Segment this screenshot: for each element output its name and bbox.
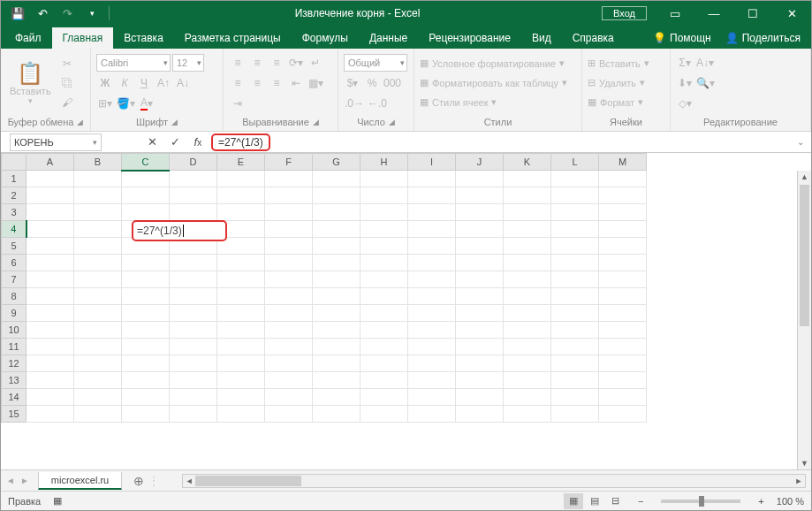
cell[interactable] (122, 389, 170, 406)
cell[interactable] (27, 406, 74, 423)
cell[interactable] (408, 221, 456, 238)
cell[interactable] (599, 406, 647, 423)
cell[interactable] (217, 305, 265, 322)
name-box[interactable]: КОРЕНЬ (10, 133, 102, 151)
cell[interactable] (456, 221, 504, 238)
cell[interactable] (504, 187, 551, 204)
cell[interactable] (313, 372, 360, 389)
sheet-nav-next[interactable]: ► (20, 476, 29, 485)
fill-color-button[interactable]: 🪣▾ (116, 95, 136, 112)
tab-formulas[interactable]: Формулы (292, 27, 359, 49)
comma-button[interactable]: 000 (383, 74, 402, 92)
row-header[interactable]: 4 (2, 221, 27, 238)
cell[interactable] (551, 271, 599, 288)
row-header[interactable]: 13 (2, 372, 27, 389)
undo-button[interactable]: ↶ (31, 3, 54, 24)
cell[interactable] (551, 187, 599, 204)
maximize-button[interactable]: ☐ (733, 1, 772, 26)
fill-button[interactable]: ⬇▾ (676, 74, 694, 92)
cell[interactable] (27, 187, 74, 204)
insert-function-button[interactable]: fx (186, 133, 209, 151)
signin-button[interactable]: Вход (602, 6, 647, 20)
cell[interactable] (456, 339, 504, 355)
cell[interactable] (265, 406, 313, 423)
cell[interactable] (27, 171, 74, 187)
bold-button[interactable]: Ж (96, 74, 114, 92)
cell[interactable] (360, 406, 408, 423)
cell[interactable] (599, 389, 647, 406)
cell[interactable] (504, 221, 551, 238)
spreadsheet-grid[interactable]: ABCDEFGHIJKLM123456789101112131415 =27^(… (1, 153, 811, 469)
cell[interactable] (74, 171, 122, 187)
zoom-in-button[interactable]: + (758, 496, 763, 507)
cell[interactable] (599, 355, 647, 372)
cell[interactable] (551, 288, 599, 305)
cell[interactable] (313, 288, 360, 305)
cell[interactable] (456, 238, 504, 255)
cell[interactable] (265, 221, 313, 238)
align-bottom-button[interactable]: ≡ (268, 54, 285, 72)
cell[interactable] (408, 187, 456, 204)
cell[interactable] (265, 271, 313, 288)
column-header[interactable]: C (122, 154, 170, 171)
cell[interactable] (217, 355, 265, 372)
cell[interactable] (456, 355, 504, 372)
cell[interactable] (217, 204, 265, 221)
increase-font-button[interactable]: A↑ (155, 74, 172, 92)
cell[interactable] (313, 305, 360, 322)
cell[interactable] (408, 255, 456, 271)
formula-input[interactable]: =27^(1/3) (211, 133, 270, 151)
orientation-button[interactable]: ⟳▾ (287, 54, 305, 72)
format-painter-button[interactable]: 🖌 (58, 94, 76, 111)
cell[interactable] (360, 389, 408, 406)
cell[interactable] (599, 322, 647, 339)
cell[interactable] (360, 305, 408, 322)
cell[interactable] (27, 355, 74, 372)
copy-button[interactable]: ⿻ (58, 74, 76, 92)
cell[interactable] (360, 187, 408, 204)
cell[interactable] (217, 372, 265, 389)
column-header[interactable]: K (504, 154, 551, 171)
cell[interactable] (74, 187, 122, 204)
tab-help[interactable]: Справка (562, 27, 625, 49)
sort-filter-button[interactable]: A↓▾ (695, 54, 715, 72)
cell[interactable] (360, 322, 408, 339)
cell[interactable] (551, 322, 599, 339)
cell[interactable] (313, 255, 360, 271)
cell[interactable] (265, 322, 313, 339)
column-header[interactable]: M (599, 154, 647, 171)
row-header[interactable]: 11 (2, 339, 27, 355)
cell[interactable] (456, 322, 504, 339)
cell[interactable] (170, 288, 217, 305)
cell[interactable] (265, 204, 313, 221)
cell[interactable] (74, 339, 122, 355)
paste-button[interactable]: 📋Вставить▾ (6, 59, 55, 107)
cell[interactable] (313, 204, 360, 221)
cell[interactable] (170, 339, 217, 355)
cell[interactable] (122, 322, 170, 339)
cell[interactable] (504, 255, 551, 271)
cell[interactable] (217, 255, 265, 271)
cell[interactable] (504, 204, 551, 221)
cell[interactable] (456, 271, 504, 288)
cell[interactable] (504, 322, 551, 339)
cell[interactable] (504, 389, 551, 406)
cell[interactable] (122, 355, 170, 372)
tab-page-layout[interactable]: Разметка страницы (174, 27, 292, 49)
cell[interactable] (504, 238, 551, 255)
cell[interactable] (27, 204, 74, 221)
autosum-button[interactable]: Σ▾ (676, 54, 694, 72)
cell[interactable] (27, 238, 74, 255)
cell[interactable] (551, 406, 599, 423)
font-size-combo[interactable]: 12 (172, 54, 204, 72)
cell[interactable] (170, 406, 217, 423)
align-top-button[interactable]: ≡ (229, 54, 247, 72)
page-layout-view-button[interactable]: ▤ (585, 493, 604, 509)
cell[interactable] (27, 271, 74, 288)
font-launcher[interactable]: ◢ (171, 118, 178, 126)
column-header[interactable]: A (27, 154, 74, 171)
find-select-button[interactable]: 🔍▾ (695, 74, 716, 92)
share-button[interactable]: 👤Поделиться (718, 27, 808, 49)
decrease-indent-button[interactable]: ⇤ (287, 74, 305, 92)
cut-button[interactable]: ✂ (58, 55, 76, 72)
